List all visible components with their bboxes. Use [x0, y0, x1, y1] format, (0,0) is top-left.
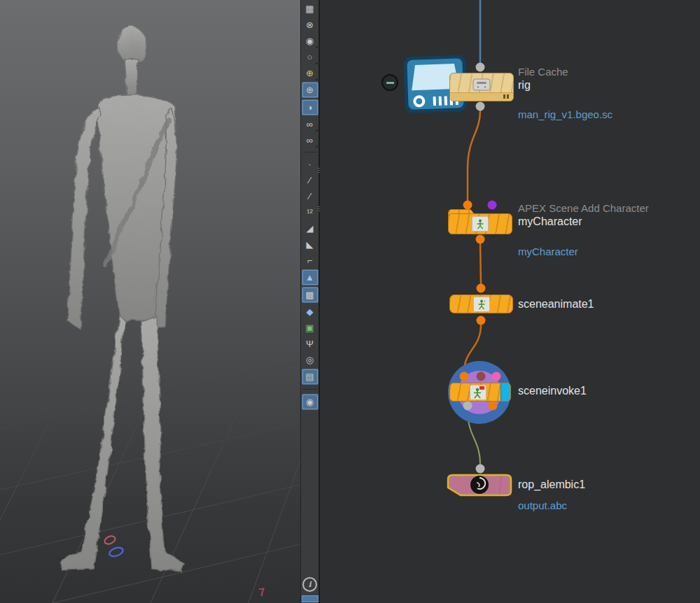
display-flag-cyan[interactable]	[500, 383, 510, 401]
sceneanimate-input-dot[interactable]	[477, 284, 486, 293]
minus-icon	[386, 82, 394, 84]
sceneinvoke-output-dot-2[interactable]	[489, 402, 498, 411]
network-editor[interactable]: File Cache rig man_rig_v1.bgeo.sc APEX S…	[320, 0, 700, 603]
display-point-normals-icon: ∕	[309, 176, 310, 185]
help-info-button[interactable]: i	[302, 577, 317, 592]
display-point-markers-icon: ⁄	[309, 192, 310, 201]
rop-file-label[interactable]: output.abc	[518, 499, 567, 511]
submenu-arrow-icon: ▸	[316, 77, 318, 81]
mycharacter-input-dot[interactable]	[463, 201, 472, 210]
rig-input-dot[interactable]	[476, 63, 485, 72]
submenu-arrow-icon: ▸	[316, 128, 318, 132]
rop-input-dot[interactable]	[476, 464, 485, 474]
display-group-outline-icon: ▣	[305, 323, 314, 332]
node-rig-footer-ticks	[503, 94, 510, 99]
normal-lighting-button[interactable]: ○▸	[302, 50, 318, 64]
display-visualizers-button[interactable]: ◎	[302, 353, 318, 367]
scene-viewport[interactable]: 7	[0, 0, 300, 603]
display-primitive-normals-button[interactable]: ◢	[302, 221, 318, 236]
viewport-canvas: 7	[0, 0, 300, 603]
view-location-pin-button[interactable]: ◉	[302, 394, 318, 410]
sculpture-figure[interactable]	[60, 24, 184, 572]
display-textures-button[interactable]: ▩	[302, 287, 318, 303]
display-point-numbers-icon: ¹²	[307, 208, 313, 217]
node-rig[interactable]	[449, 73, 514, 101]
normal-lighting-icon: ○	[307, 52, 313, 62]
high-quality-lighting-button[interactable]: ⊕▸	[302, 66, 318, 80]
hide-other-objects-button[interactable]: ∞▸	[302, 133, 318, 148]
mycharacter-name-label[interactable]: myCharacter	[518, 215, 582, 228]
hq-lighting-shadows-icon: ⊕	[306, 85, 314, 94]
viewport-display-toolbar: ▦⊗◉▸○▸⊕▸⊕◑∞▸∞▸·∕⁄¹²◢◣⌐▲▩◆▣Ψ◎▤◉ i	[300, 0, 320, 603]
submenu-arrow-icon: ▸	[316, 61, 318, 65]
display-points-button[interactable]: ·	[302, 157, 318, 171]
node-sceneinvoke1[interactable]	[449, 383, 511, 402]
collapse-minus-badge[interactable]	[382, 74, 398, 91]
display-profiles-button[interactable]: ⌐	[302, 253, 318, 268]
sceneinvoke-output-dot-1[interactable]	[463, 402, 472, 411]
view-snapshot-memory-icon: ▦	[305, 4, 314, 13]
rig-file-label[interactable]: man_rig_v1.bgeo.sc	[518, 108, 612, 120]
hq-lighting-shadows-button[interactable]: ⊕	[302, 82, 318, 98]
shading-mode-button[interactable]: ▲	[302, 269, 318, 285]
wire-mycharacter-to-sceneanimate[interactable]	[480, 243, 481, 284]
view-location-pin-icon: ◉	[306, 397, 314, 406]
shading-mode-icon: ▲	[305, 273, 314, 282]
mycharacter-file-label[interactable]: myCharacter	[518, 246, 578, 257]
rig-name-label[interactable]: rig	[518, 79, 531, 92]
rig-output-dot[interactable]	[476, 102, 485, 111]
high-quality-lighting-icon: ⊕	[306, 69, 314, 78]
display-point-markers-button[interactable]: ⁄	[302, 189, 318, 204]
headlight-only-icon: ◉	[306, 36, 314, 45]
material-shading-sphere-icon: ◑	[307, 103, 313, 112]
sceneinvoke-input-dot-2[interactable]	[477, 372, 486, 381]
rig-type-label: File Cache	[518, 66, 568, 78]
toolbar-icons: ▦⊗◉▸○▸⊕▸⊕◑∞▸∞▸·∕⁄¹²◢◣⌐▲▩◆▣Ψ◎▤◉	[301, 0, 318, 411]
viewport-corner-glyph: 7	[258, 586, 266, 598]
scene-animate-icon	[473, 297, 490, 312]
display-primitive-numbers-icon: ◣	[307, 240, 314, 249]
origin-marker-red[interactable]	[104, 534, 117, 546]
view-snapshot-memory-button[interactable]: ▦	[302, 1, 318, 16]
toolbar-separator	[303, 389, 317, 390]
display-point-normals-button[interactable]: ∕	[302, 173, 318, 187]
display-xray-button[interactable]: ◆	[302, 304, 318, 319]
display-handles-button[interactable]: Ψ	[302, 336, 318, 351]
display-primitive-normals-icon: ◢	[307, 224, 314, 233]
mycharacter-extra-input-dot[interactable]	[488, 201, 497, 210]
wire-sceneanimate-to-sceneinvoke[interactable]	[464, 325, 481, 372]
node-sceneanimate1[interactable]	[449, 295, 513, 313]
wire-rig-to-mycharacter[interactable]	[468, 111, 480, 201]
lights-off-button[interactable]: ⊗	[302, 17, 318, 32]
sceneinvoke-input-dot-1[interactable]	[460, 372, 469, 381]
pane-tab-indicator[interactable]	[302, 595, 318, 602]
node-mycharacter[interactable]	[448, 213, 512, 234]
ghost-other-objects-button[interactable]: ∞▸	[302, 117, 318, 132]
toolbar-separator	[303, 152, 317, 152]
wire-sceneinvoke-to-rop[interactable]	[468, 410, 480, 464]
display-visualizers-icon: ◎	[306, 355, 314, 364]
rop-name-label[interactable]: rop_alembic1	[518, 478, 585, 491]
headlight-only-button[interactable]: ◉▸	[302, 34, 318, 48]
scene-invoke-icon	[470, 385, 486, 400]
submenu-arrow-icon: ▸	[316, 144, 318, 148]
display-primitive-numbers-button[interactable]: ◣	[302, 237, 318, 252]
hide-other-objects-icon: ∞	[307, 136, 313, 145]
sceneinvoke-name-label[interactable]: sceneinvoke1	[518, 385, 587, 397]
display-group-outline-button[interactable]: ▣	[302, 320, 318, 335]
mycharacter-type-label: APEX Scene Add Character	[518, 202, 649, 214]
sceneinvoke-input-dot-3[interactable]	[492, 372, 501, 381]
apex-character-icon	[472, 216, 489, 232]
origin-marker-blue[interactable]	[108, 546, 125, 558]
sceneanimate-output-dot[interactable]	[477, 316, 486, 325]
viewport-camera-icon: ▤	[305, 372, 314, 381]
node-rig-footer	[450, 92, 513, 101]
lights-off-icon: ⊗	[306, 20, 314, 29]
mycharacter-output-dot[interactable]	[476, 235, 485, 244]
display-point-numbers-button[interactable]: ¹²	[302, 205, 318, 220]
viewport-camera-button[interactable]: ▤	[302, 369, 318, 385]
material-shading-sphere-button[interactable]: ◑	[302, 99, 318, 115]
display-xray-icon: ◆	[307, 307, 314, 316]
sceneanimate-name-label[interactable]: sceneanimate1	[518, 298, 594, 311]
display-profiles-icon: ⌐	[307, 256, 313, 265]
